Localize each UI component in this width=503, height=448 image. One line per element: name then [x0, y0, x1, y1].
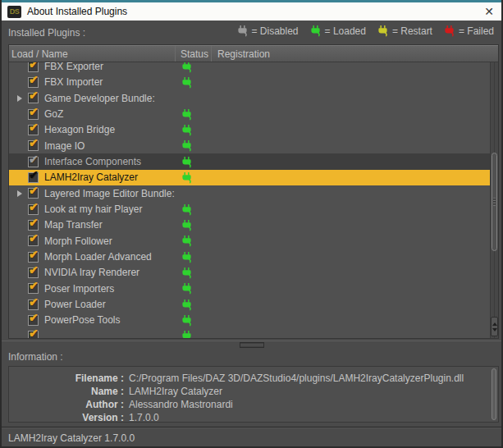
plugin-status-cell: [176, 138, 212, 153]
information-scrollbar[interactable]: [491, 368, 497, 421]
plugin-row[interactable]: ✔ GoZ: [9, 106, 490, 121]
check-icon: ✔: [29, 73, 39, 86]
plugin-load-checkbox[interactable]: ✔: [28, 93, 39, 103]
plugin-status-cell: [176, 313, 212, 328]
plugin-row[interactable]: ✔ FBX Exporter: [9, 62, 490, 75]
information-field-value: Alessandro Mastronardi: [129, 398, 233, 411]
plugin-status-cell: [176, 281, 212, 296]
plugin-load-checkbox[interactable]: ✔: [28, 331, 39, 338]
check-icon: ✔: [29, 200, 39, 213]
splitter-drag-handle[interactable]: [240, 342, 264, 348]
plug-icon: [237, 25, 248, 37]
plugin-row[interactable]: ✔ Interface Components: [9, 153, 490, 169]
plugin-row[interactable]: ✔ Image IO: [9, 138, 490, 153]
plugin-load-checkbox[interactable]: ✔: [28, 125, 39, 135]
plugin-name: Look at my hair Player: [44, 203, 142, 215]
legend-item: = Loaded: [310, 25, 366, 37]
check-icon: ✔: [29, 263, 39, 277]
plugin-name: GoZ: [44, 108, 63, 120]
expand-arrow-icon[interactable]: [16, 189, 25, 199]
information-field-row: Version : 1.7.0.0: [9, 411, 498, 424]
plugin-load-checkbox[interactable]: ✔: [28, 77, 39, 88]
plugin-status-cell: [176, 249, 212, 264]
plugin-row[interactable]: ✔: [9, 328, 490, 338]
plugin-status-cell: [176, 201, 212, 217]
information-field-value: C:/Program Files/DAZ 3D/DAZStudio4/plugi…: [129, 372, 464, 385]
check-icon: ✔: [29, 153, 39, 166]
statusbar-text: LAMH2Iray Catalyzer 1.7.0.0: [8, 432, 135, 444]
plugin-row[interactable]: ✔ PowerPose Tools: [9, 313, 490, 328]
legend-plug-slot: [444, 25, 455, 37]
check-icon: ✔: [29, 279, 39, 292]
status-legend: = Disabled = Loaded = Restart = Failed: [237, 25, 495, 37]
plugin-load-checkbox[interactable]: ✔: [28, 267, 39, 278]
plugin-row[interactable]: ✔ Poser Importers: [9, 281, 490, 296]
scroll-up-icon[interactable]: [492, 322, 497, 326]
titlebar[interactable]: DS About Installed Plugins ✕: [0, 0, 503, 21]
plug-icon: [181, 299, 192, 311]
check-icon: ✔: [29, 168, 39, 181]
legend-label: = Disabled: [252, 25, 299, 37]
information-field-label: Author :: [9, 398, 124, 411]
information-field-value: 1.7.0.0: [129, 411, 159, 424]
plugin-row[interactable]: ✔ NVIDIA Iray Renderer: [9, 265, 490, 281]
plugin-load-checkbox[interactable]: ✔: [28, 188, 39, 199]
plugin-name: LAMH2Iray Catalyzer: [44, 171, 138, 183]
scrollbar-thumb[interactable]: [492, 153, 497, 251]
plugin-load-checkbox[interactable]: ✔: [28, 315, 39, 326]
plugin-load-checkbox[interactable]: ✔: [28, 220, 39, 231]
plugin-name: Poser Importers: [44, 283, 114, 295]
plugin-load-checkbox[interactable]: ✔: [28, 172, 39, 183]
plug-icon: [181, 251, 192, 263]
plugin-load-checkbox[interactable]: ✔: [28, 252, 39, 263]
plugin-list-viewport: ✔ FBX Exporter ✔ FBX Importer ✔ Game Dev…: [9, 62, 490, 338]
expand-arrow-icon[interactable]: [16, 94, 25, 103]
information-scrollbar-thumb[interactable]: [492, 368, 496, 420]
plug-icon: [181, 171, 192, 184]
check-icon: ✔: [29, 121, 39, 134]
plugin-status-cell: [176, 217, 212, 233]
plugin-row[interactable]: ✔ Hexagon Bridge: [9, 122, 490, 138]
vertical-scrollbar[interactable]: [490, 62, 498, 338]
plugin-name: Map Transfer: [44, 219, 103, 231]
plugin-row[interactable]: ✔ Layered Image Editor Bundle:: [9, 185, 490, 201]
plug-icon: [444, 25, 455, 37]
plugin-name: PowerPose Tools: [44, 314, 121, 326]
plugin-row[interactable]: ✔ Look at my hair Player: [9, 201, 490, 217]
plugin-load-checkbox[interactable]: ✔: [28, 204, 39, 215]
plugin-row[interactable]: ✔ FBX Importer: [9, 75, 490, 90]
plug-icon: [181, 330, 192, 338]
plugin-row[interactable]: ✔ Morph Loader Advanced: [9, 249, 490, 264]
column-header-load-name[interactable]: Load / Name: [11, 48, 68, 60]
plugin-row[interactable]: ✔ Morph Follower: [9, 233, 490, 249]
column-header-registration[interactable]: Registration: [217, 48, 270, 60]
check-icon: ✔: [29, 327, 39, 338]
plugin-load-checkbox[interactable]: ✔: [28, 235, 39, 246]
plugin-name: Morph Follower: [44, 235, 112, 247]
check-icon: ✔: [29, 311, 39, 324]
plugin-load-checkbox[interactable]: ✔: [28, 157, 39, 167]
legend-label: = Loaded: [325, 25, 366, 37]
plugin-load-checkbox[interactable]: ✔: [28, 283, 39, 294]
legend-item: = Failed: [444, 25, 494, 37]
plugin-row[interactable]: ✔ Power Loader: [9, 296, 490, 312]
information-label: Information :: [8, 351, 63, 363]
close-icon[interactable]: ✕: [475, 2, 503, 21]
plugin-load-checkbox[interactable]: ✔: [28, 140, 39, 151]
plugin-row[interactable]: ✔ Game Developer Bundle:: [9, 90, 490, 106]
plugin-name: Hexagon Bridge: [44, 124, 115, 135]
plugin-name: Power Loader: [44, 299, 106, 310]
plugin-list-rows: ✔ FBX Exporter ✔ FBX Importer ✔ Game Dev…: [9, 62, 490, 338]
plugin-load-checkbox[interactable]: ✔: [28, 109, 39, 120]
plugin-name: Game Developer Bundle:: [44, 93, 155, 104]
scroll-down-icon[interactable]: [492, 328, 497, 331]
plugin-row[interactable]: ✔ Map Transfer: [9, 217, 490, 233]
plug-icon: [181, 219, 192, 231]
plugin-load-checkbox[interactable]: ✔: [28, 299, 39, 310]
plugin-row[interactable]: ✔ LAMH2Iray Catalyzer: [9, 170, 490, 185]
plug-icon: [181, 235, 192, 247]
plugin-load-checkbox[interactable]: ✔: [28, 62, 39, 72]
scrollbar-arrow-buttons[interactable]: [491, 317, 498, 336]
column-header-status[interactable]: Status: [181, 48, 208, 60]
plug-icon: [181, 282, 192, 295]
